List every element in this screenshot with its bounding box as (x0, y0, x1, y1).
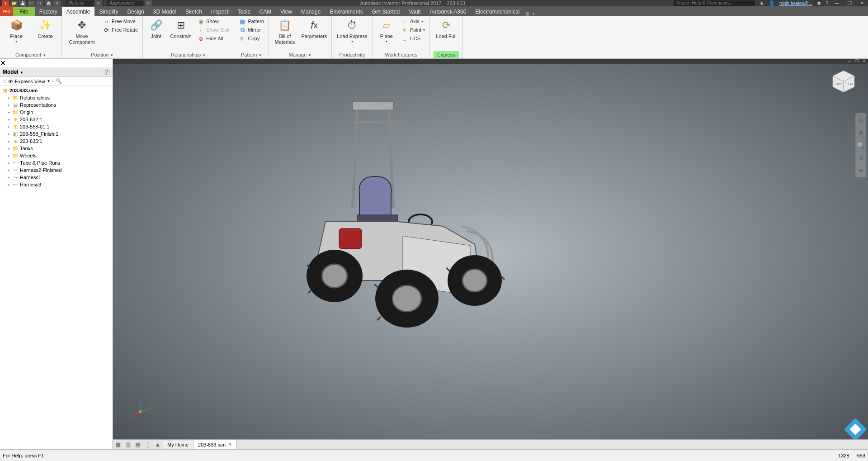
help-search-input[interactable] (674, 0, 755, 6)
expand-icon[interactable]: ▸ (6, 124, 11, 129)
corner-logo-icon[interactable] (844, 418, 867, 441)
nav-lookat-icon[interactable]: 👁 (856, 164, 866, 177)
tab-environments[interactable]: Environments (325, 7, 367, 16)
qat-open-icon[interactable]: 📂 (10, 0, 18, 6)
expand-icon[interactable]: ▸ (6, 146, 11, 151)
expand-icon[interactable]: ▸ (6, 153, 11, 158)
show-sick-button[interactable]: ⚕Show Sick (195, 26, 231, 34)
nav-wheel-icon[interactable]: ⊙ (856, 114, 866, 126)
browser-header[interactable]: Model ▼ ? (0, 67, 113, 77)
expand-icon[interactable]: ▸ (6, 182, 11, 187)
qat-save-icon[interactable]: 💾 (19, 0, 26, 6)
graphics-viewport[interactable]: — ❐ ✕ FRONT LEFT ⊙ ✥ 🔍 ⟲ 👁 (113, 59, 868, 449)
tab-addin-icon[interactable]: ⊞ (524, 11, 530, 16)
show-button[interactable]: ◉Show (195, 17, 231, 25)
tab-sketch[interactable]: Sketch (181, 7, 207, 16)
expand-icon[interactable]: ▸ (6, 132, 11, 136)
star-icon[interactable]: ★ (760, 0, 764, 6)
tree-node[interactable]: ▸📁Wheels (0, 152, 113, 159)
tab-overflow-icon[interactable]: • (530, 11, 537, 16)
tree-node[interactable]: ▸⊞203-632:1 (0, 116, 113, 123)
qat-sep2-icon[interactable]: ▾ (145, 0, 152, 6)
tab-design[interactable]: Design (123, 7, 148, 16)
viewport-two-icon[interactable]: ▥ (123, 440, 133, 450)
favorite-icon[interactable]: ✖ (817, 0, 821, 6)
expand-icon[interactable]: ▸ (6, 95, 11, 100)
axis-button[interactable]: ⟋Axis ▾ (399, 17, 427, 25)
viewport-single-icon[interactable]: ▦ (113, 440, 123, 450)
window-minimize-icon[interactable]: — (833, 0, 841, 6)
tree-node[interactable]: ▸〰Harness1 (0, 174, 113, 181)
tree-node[interactable]: ▸⊞203-635:1 (0, 138, 113, 145)
expand-icon[interactable]: ▸ (6, 110, 11, 114)
tree-node[interactable]: ▸〰Tube & Pipe Runs (0, 159, 113, 166)
tab-tools[interactable]: Tools (233, 7, 255, 16)
user-account-link[interactable]: robin.beales@... (779, 1, 812, 6)
nav-zoom-icon[interactable]: 🔍 (856, 139, 866, 152)
tab-cam[interactable]: CAM (255, 7, 276, 16)
viewport-hsplit-icon[interactable]: ▤ (133, 440, 143, 450)
tab-file[interactable]: File (13, 7, 34, 16)
tab-vault[interactable]: Vault (404, 7, 425, 16)
tab-manage[interactable]: Manage (297, 7, 325, 16)
help-icon[interactable]: ? (826, 0, 828, 6)
browser-view-row[interactable]: ▽ 👁 Express View ▼ • 🔍 (0, 77, 113, 86)
place-button[interactable]: 📦 Place▼ (3, 17, 30, 45)
appearance-dropdown[interactable]: Appearance (107, 0, 143, 6)
qat-sep-icon[interactable]: ▾ (95, 0, 102, 6)
pro-badge[interactable]: PRO (0, 6, 13, 16)
point-button[interactable]: ✦Point ▾ (399, 26, 427, 34)
tab-inspect[interactable]: Inspect (207, 7, 233, 16)
qat-home-icon[interactable]: 🏠 (45, 0, 52, 6)
tab-3dmodel[interactable]: 3D Model (149, 7, 181, 16)
mirror-button[interactable]: ⧉Mirror (237, 26, 265, 34)
tree-node[interactable]: ▸⊞203-558-01:1 (0, 123, 113, 130)
app-menu-icon[interactable]: I (2, 0, 9, 6)
tab-a360[interactable]: Autodesk A360 (425, 7, 471, 16)
viewport-close-icon[interactable]: ✕ (861, 59, 867, 63)
tab-factory[interactable]: Factory (35, 7, 62, 16)
plane-button[interactable]: ▱Plane▼ (376, 17, 397, 45)
tree-root[interactable]: ⊞ 203-633.iam (0, 87, 113, 94)
tab-simplify[interactable]: Simplify (94, 7, 123, 16)
tree-node[interactable]: ▸📁Relationships (0, 94, 113, 101)
pattern-button[interactable]: ▦Pattern (237, 17, 265, 25)
qat-dropdown-icon[interactable]: ▾ (53, 0, 61, 6)
tree-node[interactable]: ▸◧203-558_Finish:1 (0, 130, 113, 138)
doc-tab-home[interactable]: My Home (163, 441, 193, 449)
move-component-button[interactable]: ✥ Move Component (65, 17, 99, 46)
hide-all-button[interactable]: ⊘Hide All (195, 34, 231, 43)
viewport-vsplit-icon[interactable]: ▯ (143, 440, 153, 450)
bom-button[interactable]: 📋Bill of Materials (272, 17, 298, 46)
qat-undo-icon[interactable]: ↶ (28, 0, 35, 6)
expand-icon[interactable]: ▸ (6, 168, 11, 172)
window-restore-icon[interactable]: ❐ (845, 0, 854, 6)
constrain-button[interactable]: ⊞Constrain (168, 17, 193, 40)
ucs-button[interactable]: ∟UCS (399, 34, 427, 43)
load-express-button[interactable]: ⏱Load Express▼ (335, 17, 370, 45)
free-rotate-button[interactable]: ⟳Free Rotate (101, 26, 140, 34)
nav-pan-icon[interactable]: ✥ (856, 126, 866, 139)
tree-node[interactable]: ▸〰Harness2-Finished (0, 166, 113, 174)
tab-getstarted[interactable]: Get Started (368, 7, 404, 16)
copy-button[interactable]: ⎘Copy (237, 34, 265, 43)
create-button[interactable]: ✨ Create (32, 17, 59, 40)
expand-icon[interactable]: ▸ (6, 161, 11, 165)
browser-help-icon[interactable]: ? (104, 69, 110, 75)
qat-redo-icon[interactable]: ↷ (36, 0, 43, 6)
viewport-restore-icon[interactable]: ❐ (854, 59, 860, 63)
viewport-minimize-icon[interactable]: — (846, 59, 853, 63)
window-close-icon[interactable]: ✕ (858, 0, 866, 6)
nav-orbit-icon[interactable]: ⟲ (856, 152, 866, 164)
viewport-expand-icon[interactable]: ▲ (153, 440, 163, 450)
material-dropdown[interactable]: Material (66, 0, 94, 6)
joint-button[interactable]: 🔗Joint (146, 17, 166, 40)
tree-node[interactable]: ▸📁Origin (0, 109, 113, 116)
filter-icon[interactable]: ▽ (3, 78, 6, 84)
doc-tab-current[interactable]: 203-633.iam ✕ (193, 440, 237, 449)
tree-node[interactable]: ▸▤Representations (0, 101, 113, 109)
tree-node[interactable]: ▸〰Harness3 (0, 181, 113, 188)
tab-view[interactable]: View (276, 7, 297, 16)
tab-electromechanical[interactable]: Electromechanical (471, 7, 524, 16)
tree-node[interactable]: ▸📁Tanks (0, 145, 113, 152)
